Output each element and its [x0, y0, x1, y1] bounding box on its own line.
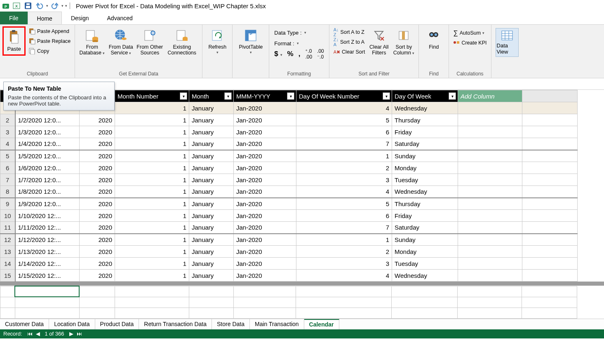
- tab-design[interactable]: Design: [62, 12, 98, 24]
- cell-empty[interactable]: [458, 246, 522, 258]
- row-header[interactable]: 7: [0, 174, 15, 186]
- cell-month[interactable]: January: [189, 234, 234, 246]
- cell-date[interactable]: 1/5/2020 12:0...: [15, 150, 80, 162]
- cell-mmm-yyyy[interactable]: Jan-2020: [234, 102, 296, 114]
- cell-month[interactable]: January: [189, 210, 234, 222]
- cell-empty[interactable]: [522, 150, 578, 162]
- cell-year[interactable]: 2020: [80, 234, 115, 246]
- cell-month[interactable]: January: [189, 138, 234, 150]
- cell-year[interactable]: 2020: [80, 174, 115, 186]
- cell-dow-number[interactable]: 3: [296, 174, 392, 186]
- cell-month[interactable]: January: [189, 102, 234, 114]
- cell-empty[interactable]: [522, 246, 578, 258]
- cell-mmm-yyyy[interactable]: Jan-2020: [234, 198, 296, 210]
- cell-empty[interactable]: [458, 126, 522, 138]
- cell-year[interactable]: 2020: [80, 126, 115, 138]
- col-day-of-week[interactable]: Day Of Week: [392, 90, 458, 102]
- qat-customize[interactable]: ▾: [65, 4, 67, 8]
- row-header[interactable]: 14: [0, 258, 15, 270]
- cell-month[interactable]: January: [189, 222, 234, 234]
- table-row[interactable]: 61/6/2020 12:0...20201JanuaryJan-20202Mo…: [0, 162, 578, 174]
- sort-za-button[interactable]: Z↓A Sort Z to A: [332, 37, 367, 47]
- cell-month[interactable]: January: [189, 162, 234, 174]
- cell-empty[interactable]: [522, 102, 578, 114]
- col-month[interactable]: Month: [189, 90, 234, 102]
- cell-year[interactable]: 2020: [80, 222, 115, 234]
- currency-button[interactable]: $ ▾: [274, 50, 282, 58]
- cell-year[interactable]: 2020: [80, 246, 115, 258]
- table-row[interactable]: 91/9/2020 12:0...20201JanuaryJan-20205Th…: [0, 198, 578, 210]
- cell-year[interactable]: 2020: [80, 210, 115, 222]
- cell-date[interactable]: 1/12/2020 12:...: [15, 234, 80, 246]
- row-header[interactable]: 2: [0, 114, 15, 126]
- filter-drop-icon[interactable]: [180, 92, 187, 100]
- cell-dow-number[interactable]: 4: [296, 186, 392, 198]
- sheet-tab-location-data[interactable]: Location Data: [49, 319, 95, 329]
- cell-empty[interactable]: [458, 138, 522, 150]
- cell-dow-number[interactable]: 2: [296, 162, 392, 174]
- cell-empty[interactable]: [458, 210, 522, 222]
- clear-all-filters-button[interactable]: Clear All Filters: [367, 26, 391, 58]
- row-header[interactable]: 10: [0, 210, 15, 222]
- cell-dow[interactable]: Sunday: [392, 234, 458, 246]
- cell-mmm-yyyy[interactable]: Jan-2020: [234, 234, 296, 246]
- cell-month-number[interactable]: 1: [115, 234, 189, 246]
- cell-empty[interactable]: [522, 210, 578, 222]
- cell-empty[interactable]: [458, 258, 522, 270]
- cell-empty[interactable]: [522, 174, 578, 186]
- cell-dow[interactable]: Sunday: [392, 150, 458, 162]
- cell-mmm-yyyy[interactable]: Jan-2020: [234, 222, 296, 234]
- cell-month[interactable]: January: [189, 174, 234, 186]
- table-row[interactable]: 71/7/2020 12:0...20201JanuaryJan-20203Tu…: [0, 174, 578, 186]
- table-row[interactable]: 141/14/2020 12:...20201JanuaryJan-20203T…: [0, 258, 578, 270]
- nav-first-icon[interactable]: ⏮: [27, 331, 33, 337]
- cell-empty[interactable]: [458, 198, 522, 210]
- from-database-button[interactable]: From Database: [78, 26, 106, 58]
- row-header[interactable]: 11: [0, 222, 15, 234]
- undo-dropdown[interactable]: ▾: [46, 4, 48, 8]
- cell-date[interactable]: 1/11/2020 12:...: [15, 222, 80, 234]
- cell-dow-number[interactable]: 5: [296, 114, 392, 126]
- cell-dow-number[interactable]: 6: [296, 126, 392, 138]
- cell-month-number[interactable]: 1: [115, 246, 189, 258]
- cell-empty[interactable]: [522, 234, 578, 246]
- row-header[interactable]: 15: [0, 270, 15, 282]
- increase-decimal-button[interactable]: ⁺.0.00: [305, 48, 312, 60]
- sheet-tab-store-data[interactable]: Store Data: [212, 319, 250, 329]
- cell-dow-number[interactable]: 7: [296, 222, 392, 234]
- cell-dow[interactable]: Thursday: [392, 114, 458, 126]
- cell-dow[interactable]: Tuesday: [392, 258, 458, 270]
- existing-connections-button[interactable]: Existing Connections: [164, 26, 200, 58]
- cell-month[interactable]: January: [189, 186, 234, 198]
- cell-dow-number[interactable]: 4: [296, 270, 392, 282]
- cell-dow[interactable]: Monday: [392, 162, 458, 174]
- add-column[interactable]: Add Column: [458, 90, 522, 102]
- cell-empty[interactable]: [522, 270, 578, 282]
- cell-date[interactable]: 1/9/2020 12:0...: [15, 198, 80, 210]
- measure-grid[interactable]: [0, 286, 604, 319]
- cell-dow-number[interactable]: 1: [296, 234, 392, 246]
- redo-icon[interactable]: [50, 1, 60, 11]
- cell-month-number[interactable]: 1: [115, 186, 189, 198]
- decrease-decimal-button[interactable]: .00⁻.0: [317, 48, 324, 60]
- col-day-of-week-number[interactable]: Day Of Week Number: [296, 90, 392, 102]
- cell-dow[interactable]: Saturday: [392, 222, 458, 234]
- cell-dow-number[interactable]: 7: [296, 138, 392, 150]
- cell-date[interactable]: 1/6/2020 12:0...: [15, 162, 80, 174]
- cell-empty[interactable]: [522, 222, 578, 234]
- cell-year[interactable]: 2020: [80, 114, 115, 126]
- cell-month-number[interactable]: 1: [115, 198, 189, 210]
- cell-mmm-yyyy[interactable]: Jan-2020: [234, 186, 296, 198]
- sheet-tab-product-data[interactable]: Product Data: [95, 319, 139, 329]
- format-dropdown[interactable]: ▾: [297, 41, 299, 45]
- tab-advanced[interactable]: Advanced: [98, 12, 142, 24]
- cell-month-number[interactable]: 1: [115, 174, 189, 186]
- cell-mmm-yyyy[interactable]: Jan-2020: [234, 138, 296, 150]
- sheet-tab-return-transaction-data[interactable]: Return Transaction Data: [139, 319, 212, 329]
- cell-dow[interactable]: Wednesday: [392, 186, 458, 198]
- cell-dow[interactable]: Saturday: [392, 138, 458, 150]
- cell-dow[interactable]: Tuesday: [392, 174, 458, 186]
- cell-dow[interactable]: Wednesday: [392, 102, 458, 114]
- sheet-tab-customer-data[interactable]: Customer Data: [0, 319, 49, 329]
- excel-icon[interactable]: X: [12, 1, 21, 11]
